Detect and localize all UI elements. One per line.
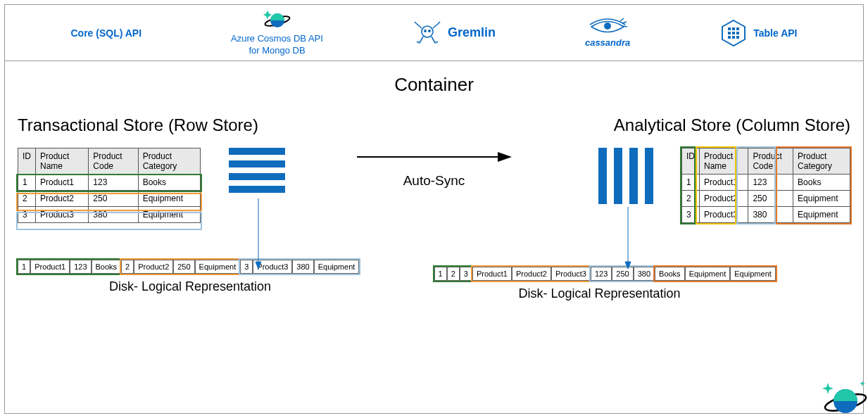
svg-rect-17 [736,36,739,39]
api-cassandra: cassandra [585,18,630,48]
c: 123 [748,175,793,191]
c: 380 [748,207,793,223]
c: Product1 [36,175,89,191]
svg-marker-19 [256,262,261,269]
diagram-frame: Core (SQL) API Azure Cosmos DB API for M… [4,4,864,414]
svg-point-7 [604,23,611,30]
c: Books [793,175,850,191]
d: Equipment [314,260,360,274]
svg-rect-10 [732,27,735,30]
api-gremlin: Gremlin [413,20,496,46]
svg-point-4 [422,26,433,37]
d: 123 [591,267,612,281]
svg-marker-27 [860,381,865,386]
c: Books [138,175,200,191]
c: Product3 [700,207,748,223]
svg-marker-23 [625,262,631,269]
d: Books [655,267,685,281]
c: Product1 [700,175,748,191]
hdr-code: Product Code [748,148,793,175]
svg-rect-16 [732,36,735,39]
container-title: Container [5,74,863,96]
svg-marker-21 [498,152,512,162]
c: 250 [748,191,793,207]
d: 380 [292,260,313,274]
svg-marker-3 [263,11,272,19]
planet-icon [262,11,293,32]
d: Product2 [134,260,173,274]
d: 1 [434,267,447,281]
d: 250 [173,260,194,274]
thin-arrow-right [621,207,635,277]
c: Product2 [700,191,748,207]
api-cassandra-label: cassandra [585,37,630,48]
d: 380 [634,267,655,281]
c: 380 [89,207,138,223]
cassandra-icon [589,18,627,36]
columns: Transactional Store (Row Store) ID Produ… [5,96,863,301]
c: 3 [18,207,36,223]
c: Equipment [793,191,850,207]
svg-rect-11 [736,27,739,30]
d: Product2 [512,267,551,281]
d: Equipment [685,267,731,281]
right-disk-row: 1 2 3 Product1 Product2 Product3 123 250… [434,267,851,281]
api-core: Core (SQL) API [71,27,142,39]
right-pane: Analytical Store (Column Store) ID [434,115,851,301]
d: 2 [121,260,134,274]
c: Equipment [138,191,200,207]
d: Product1 [472,267,512,281]
c: Product3 [36,207,89,223]
d: 2 [447,267,460,281]
c: 2 [18,191,36,207]
c: 250 [89,191,138,207]
right-disk-label: Disk- Logical Representation [434,286,851,301]
svg-rect-14 [736,32,739,34]
svg-rect-15 [728,36,731,39]
c: 1 [682,175,700,191]
planet-logo-icon [821,381,868,418]
c: 123 [89,175,138,191]
hdr-id: ID [682,148,700,175]
d: 123 [70,260,91,274]
d: Equipment [730,267,776,281]
hdr-cat: Product Category [793,148,850,175]
api-mongo: Azure Cosmos DB API for Mongo DB [231,11,323,56]
api-bar: Core (SQL) API Azure Cosmos DB API for M… [5,5,863,61]
c: Equipment [138,207,200,223]
auto-sync-arrow: Auto-Sync [357,146,512,189]
left-pane: Transactional Store (Row Store) ID Produ… [18,115,434,301]
col-store-table: ID Product Name Product Code Product Cat… [681,148,850,223]
svg-rect-12 [728,32,731,34]
d: 1 [18,260,30,274]
svg-rect-9 [728,27,731,30]
thin-arrow-left [251,198,265,269]
d: Product3 [551,267,591,281]
hdr-name: Product Name [36,148,89,175]
right-title: Analytical Store (Column Store) [434,115,851,135]
api-gremlin-label: Gremlin [448,25,496,40]
d: Books [92,260,122,274]
row-bars-icon [229,148,285,193]
svg-point-5 [424,30,426,31]
left-disk-row: 1 Product1 123 Books 2 Product2 250 Equi… [18,260,434,274]
left-disk-label: Disk- Logical Representation [18,279,434,294]
hdr-name: Product Name [700,148,748,175]
api-core-label: Core (SQL) API [71,27,142,39]
d: Product1 [30,260,70,274]
api-mongo-label-1: Azure Cosmos DB API [231,33,323,44]
c: 1 [18,175,36,191]
left-title: Transactional Store (Row Store) [18,115,434,135]
api-table: Table API [719,19,797,47]
api-mongo-label-2: for Mongo DB [249,45,305,56]
c: Product2 [36,191,89,207]
auto-sync-label: Auto-Sync [357,173,512,189]
hdr-id: ID [18,148,36,175]
gremlin-icon [413,20,442,46]
svg-marker-26 [822,383,834,394]
d: 3 [460,267,472,281]
row-store-table: ID Product Name Product Code Product Cat… [18,148,201,223]
col-bars-icon [598,148,653,204]
c: 2 [682,191,700,207]
c: 3 [682,207,700,223]
